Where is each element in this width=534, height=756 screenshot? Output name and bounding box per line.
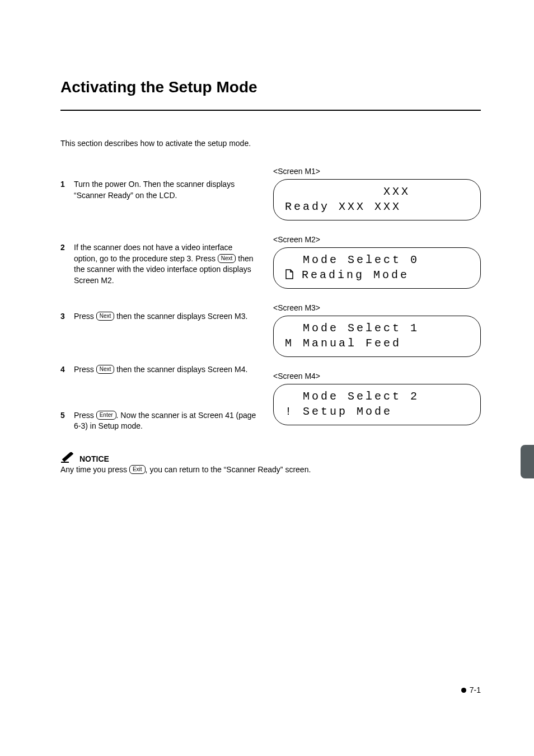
pencil-icon — [60, 452, 76, 463]
screen-m2-label: <Screen M2> — [273, 235, 481, 244]
step-3: 3 Press Next then the scanner displays S… — [60, 311, 256, 322]
step-number: 3 — [60, 311, 74, 322]
page-content: Activating the Setup Mode This section d… — [0, 0, 534, 509]
enter-key-icon: Enter — [96, 411, 116, 420]
step-text: Turn the power On. Then the scanner disp… — [74, 179, 256, 201]
steps-column: 1 Turn the power On. Then the scanner di… — [60, 167, 256, 440]
step-text-a: Press — [74, 365, 96, 374]
screens-column: <Screen M1> XXXReady XXX XXX <Screen M2>… — [273, 167, 481, 440]
next-key-icon: Next — [218, 254, 236, 263]
lcd-line-2: Ready XXX XXX — [285, 199, 469, 214]
lcd-screen-m1: XXXReady XXX XXX — [273, 179, 481, 220]
step-text-a: If the scanner does not have a video int… — [74, 243, 232, 263]
lcd-screen-m3: Mode Select 1M Manual Feed — [273, 316, 481, 357]
step-5: 5 Press Enter. Now the scanner is at Scr… — [60, 410, 256, 432]
step-number: 1 — [60, 179, 74, 201]
step-text-b: then the scanner displays Screen M3. — [114, 312, 247, 321]
step-number: 4 — [60, 364, 74, 375]
side-tab — [521, 445, 534, 478]
step-1: 1 Turn the power On. Then the scanner di… — [60, 179, 256, 201]
screen-m1-label: <Screen M1> — [273, 167, 481, 176]
notice-block: NOTICE Any time you press Exit, you can … — [60, 452, 481, 476]
bullet-icon — [461, 688, 466, 693]
lcd-line-2: M Manual Feed — [285, 336, 469, 351]
notice-text: Any time you press Exit, you can return … — [60, 464, 481, 476]
lcd-line-2: ! Setup Mode — [285, 404, 469, 419]
intro-text: This section describes how to activate t… — [60, 139, 481, 148]
step-4: 4 Press Next then the scanner displays S… — [60, 364, 256, 375]
step-number: 2 — [60, 242, 74, 286]
step-text-a: Press — [74, 411, 96, 420]
lcd-screen-m4: Mode Select 2! Setup Mode — [273, 384, 481, 425]
next-key-icon: Next — [96, 365, 115, 374]
screen-m4-label: <Screen M4> — [273, 372, 481, 381]
lcd-line-1: XXX — [285, 184, 469, 199]
title-rule — [60, 110, 481, 111]
lcd-line-2: Reading Mode — [285, 267, 469, 283]
step-text: Press Enter. Now the scanner is at Scree… — [74, 410, 256, 432]
document-icon — [285, 267, 302, 283]
notice-label: NOTICE — [79, 454, 109, 463]
step-text: If the scanner does not have a video int… — [74, 242, 256, 286]
step-text: Press Next then the scanner displays Scr… — [74, 364, 256, 375]
notice-heading: NOTICE — [60, 452, 481, 463]
step-text: Press Next then the scanner displays Scr… — [74, 311, 256, 322]
next-key-icon: Next — [96, 312, 115, 321]
lcd-line-2-text: Reading Mode — [302, 269, 409, 281]
step-text-a: Press — [74, 312, 96, 321]
step-2: 2 If the scanner does not have a video i… — [60, 242, 256, 286]
step-number: 5 — [60, 410, 74, 432]
page-number-text: 7-1 — [470, 685, 481, 694]
page-number: 7-1 — [461, 685, 481, 694]
exit-key-icon: Exit — [129, 465, 146, 474]
page-title: Activating the Setup Mode — [60, 78, 481, 96]
notice-text-b: , you can return to the “Scanner Ready” … — [146, 465, 311, 474]
content-columns: 1 Turn the power On. Then the scanner di… — [60, 167, 481, 440]
lcd-screen-m2: Mode Select 0Reading Mode — [273, 247, 481, 289]
lcd-line-1: Mode Select 2 — [285, 389, 469, 404]
step-text-b: then the scanner displays Screen M4. — [114, 365, 247, 374]
notice-text-a: Any time you press — [60, 465, 129, 474]
lcd-line-1: Mode Select 1 — [285, 321, 469, 336]
screen-m3-label: <Screen M3> — [273, 303, 481, 312]
lcd-line-1: Mode Select 0 — [285, 252, 469, 267]
